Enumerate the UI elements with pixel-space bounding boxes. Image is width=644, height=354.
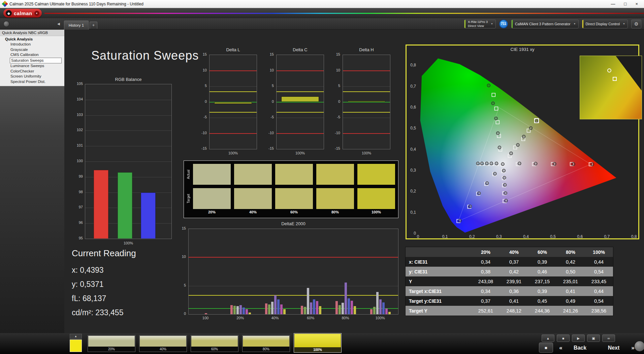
settings-gear-button[interactable]: ⚙ (631, 20, 641, 28)
y-axis-label: 105 (70, 82, 83, 86)
deltae-bar (373, 307, 376, 314)
saturation-data-table: 20%40%60%80%100% x: CIE310,340,370,390,4… (405, 247, 613, 316)
next-button[interactable]: Next (601, 343, 626, 353)
reference-line (189, 308, 398, 309)
pattern-button-80%[interactable]: 80% (242, 335, 290, 352)
delta-h-chart (343, 55, 390, 149)
x-axis-label: 20% (230, 316, 250, 320)
rgb-balance-x-label: 100% (85, 241, 172, 245)
nav-first-button[interactable]: « (556, 343, 566, 353)
x-axis-label: 0,1 (440, 234, 450, 239)
deltae-bar (265, 303, 267, 314)
collapse-up-button[interactable]: ▲ (542, 334, 554, 342)
display-control-label: Direct Display Control (586, 22, 620, 26)
delta-l-title: Delta L (209, 47, 257, 52)
reference-line (277, 112, 324, 113)
table-header-cell: 20% (472, 249, 500, 255)
sidebar-item-saturation-sweeps[interactable]: Saturation Sweeps (10, 58, 62, 64)
table-cell: 0,44 (585, 259, 613, 265)
deltae-bar (233, 306, 236, 314)
close-button[interactable]: × (635, 1, 638, 7)
pattern-button-color (88, 336, 135, 347)
reference-line (343, 112, 390, 113)
pattern-window-button[interactable]: ▣ (587, 334, 600, 342)
pattern-button-60%[interactable]: 60% (191, 335, 238, 352)
cie-y-axis: 00,10,20,30,40,50,60,70,8 (407, 55, 417, 234)
play-button[interactable]: ▶ (572, 334, 585, 342)
pattern-window-toggle-button[interactable]: ■ (539, 343, 553, 353)
delta-bar (281, 96, 319, 102)
reference-line (343, 133, 390, 134)
patch-swatch-actual-20% (193, 164, 231, 185)
pattern-generator-dropdown[interactable]: CalMAN Client 3 Pattern Generator ▼ (511, 20, 579, 28)
meter-dropdown[interactable]: X-Rite i1Pro 3 Direct View ▼ (464, 20, 496, 28)
deltae-bar (370, 309, 373, 314)
table-row: x: CIE310,340,370,390,420,44 (406, 257, 613, 267)
cie-measurement-marker (502, 169, 505, 172)
sidebar-item-spectral-power-dist-[interactable]: Spectral Power Dist. (0, 79, 64, 85)
display-control-status-stripe (582, 20, 583, 28)
x-axis-label: 0,3 (494, 234, 504, 239)
table-cell: 0,42 (556, 259, 585, 265)
y-axis-label: 5 (330, 84, 340, 88)
table-header-cell: 40% (500, 249, 528, 255)
cie-measurement-marker (553, 162, 556, 165)
y-axis-label: -15 (263, 146, 274, 150)
back-button[interactable]: Back (567, 343, 593, 353)
cie-measurement-marker (491, 102, 494, 105)
page-title: Saturation Sweeps (91, 49, 199, 63)
color-wheel-icon[interactable] (635, 341, 644, 351)
deltae-bar (316, 301, 318, 314)
x-axis-label: 80% (335, 316, 356, 320)
pattern-button-100%[interactable]: 100% (294, 333, 342, 353)
minimize-button[interactable]: — (611, 1, 615, 7)
stop-button[interactable]: ■ (557, 334, 570, 342)
sidebar-item-introduction[interactable]: Introduction (0, 42, 64, 47)
gridline (85, 115, 171, 116)
deltae-bar (236, 306, 239, 314)
sidebar-item-cms-calibration[interactable]: CMS Calibration (0, 52, 64, 58)
meter-count-badge[interactable]: 711 (499, 20, 508, 28)
tab-history-1[interactable]: History 1 (64, 21, 89, 30)
reference-line (189, 295, 398, 296)
table-row-label: x: CIE31 (406, 259, 472, 265)
gridline (85, 100, 171, 100)
sidebar-item-grayscale[interactable]: Grayscale (0, 47, 64, 53)
y-axis-label: 103 (70, 113, 83, 117)
cie-measurement-marker (591, 163, 594, 166)
pattern-button-20%[interactable]: 20% (88, 335, 135, 352)
table-cell: 0,54 (585, 269, 613, 274)
workflow-sidebar: Quick Analysis NBC sRGB Quick Analysis I… (0, 30, 64, 333)
sidebar-item-colorchecker[interactable]: ColorChecker (0, 69, 64, 74)
logo-menu-caret-icon[interactable]: ▼ (34, 11, 39, 16)
table-row: Y243,08239,91237,15235,01233,45 (406, 276, 613, 286)
y-axis-label: 0,4 (407, 147, 416, 152)
table-cell: 237,15 (528, 279, 556, 284)
swatch-collapse-button[interactable]: ▲ (70, 334, 82, 339)
y-axis-label: -10 (263, 131, 274, 135)
sidebar-item-luminance-sweeps[interactable]: Luminance Sweeps (0, 63, 64, 69)
cie-measurement-marker (522, 135, 525, 138)
sidebar-item-screen-uniformity[interactable]: Screen Uniformity (0, 74, 64, 79)
patch-swatch-target-80% (316, 188, 354, 209)
y-axis-label: 0,8 (407, 63, 416, 67)
deltae-bar (301, 306, 303, 314)
loop-button[interactable]: ∞ (602, 334, 615, 342)
delta-h-y-axis: -15-10-5051015 (330, 55, 341, 149)
maximize-button[interactable]: □ (624, 1, 627, 7)
cie-measurement-marker (494, 117, 497, 120)
reference-line (277, 133, 324, 134)
display-control-dropdown[interactable]: Direct Display Control ▼ (582, 20, 628, 28)
add-tab-button[interactable]: + (90, 22, 97, 29)
deltae-bar (239, 305, 242, 314)
reference-line (210, 70, 257, 71)
pattern-button-40%[interactable]: 40% (139, 335, 187, 352)
calman-logo[interactable]: ◆ calman ▼ (3, 9, 42, 18)
y-axis-label: 0 (196, 99, 207, 104)
cie-1931-title: CIE 1931 xy (407, 47, 638, 52)
table-cell: 0,44 (585, 289, 613, 294)
workflow-root-node[interactable]: Quick Analysis (0, 36, 64, 42)
current-pattern-swatch[interactable] (70, 340, 82, 352)
sidebar-collapse-icon[interactable]: ◀ (57, 22, 60, 26)
session-status-icon[interactable] (3, 21, 9, 27)
